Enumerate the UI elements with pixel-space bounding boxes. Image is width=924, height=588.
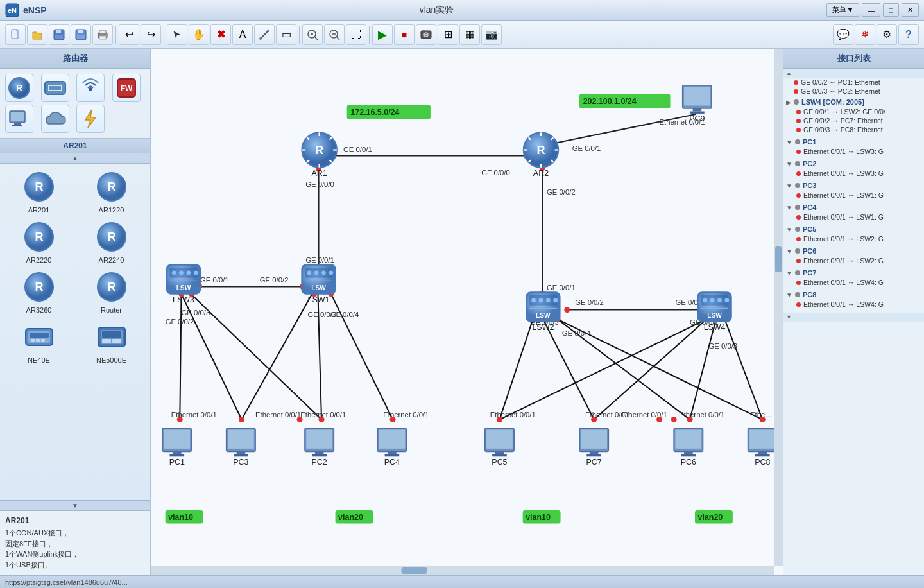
iface-pc5-header[interactable]: ▼ PC5 <box>786 224 921 234</box>
huawei-button[interactable]: 华 <box>855 24 875 45</box>
hand-button[interactable]: ✋ <box>189 24 209 45</box>
node-PC5[interactable]: PC5 <box>485 428 514 467</box>
pc1-iface-1[interactable]: Ethernet 0/0/1 ↔ LSW3: G <box>786 147 921 156</box>
canvas-scrollbar-vertical[interactable] <box>774 49 783 566</box>
capture-button[interactable]: 📷 <box>481 24 502 45</box>
iface-pc3-header[interactable]: ▼ PC3 <box>786 180 921 191</box>
switch-type-icon[interactable] <box>41 74 69 102</box>
firewall-type-icon[interactable]: FW <box>112 74 141 102</box>
bolt-type-icon[interactable] <box>76 105 105 133</box>
device-item-Router[interactable]: R Router <box>78 269 145 314</box>
pc4-arrow: ▼ <box>786 204 792 211</box>
lsw4-iface-1[interactable]: GE 0/0/1 ↔ LSW2: GE 0/0/ <box>786 107 921 116</box>
svg-text:R: R <box>315 144 323 157</box>
open-file-button[interactable] <box>27 24 47 45</box>
wireless-type-icon[interactable] <box>76 74 105 102</box>
node-LSW1[interactable]: LSW LSW1 <box>302 264 335 304</box>
stop-button[interactable]: ■ <box>394 24 415 45</box>
save-template-button[interactable] <box>49 24 69 45</box>
node-PC3[interactable]: PC3 <box>227 428 255 467</box>
svg-rect-121 <box>173 451 182 454</box>
svg-text:R: R <box>35 180 43 193</box>
new-file-button[interactable] <box>5 24 26 45</box>
scroll-up-button[interactable]: ▲ <box>0 153 150 164</box>
toolbar: ↩ ↪ ✋ ✖ A ▭ ⛶ ▶ ■ ⊞ ▦ 📷 💬 华 ⚙ ? <box>0 21 924 49</box>
device-item-AR1220[interactable]: R AR1220 <box>78 169 145 214</box>
print-button[interactable] <box>92 24 113 45</box>
fit-screen-button[interactable]: ⛶ <box>346 24 366 45</box>
close-button[interactable]: ✕ <box>902 3 919 17</box>
device-item-AR201[interactable]: R AR201 <box>5 169 73 214</box>
svg-rect-117 <box>693 108 702 112</box>
pc7-iface-1[interactable]: Ethernet 0/0/1 ↔ LSW4: G <box>786 278 921 287</box>
pc-type-icon[interactable] <box>5 105 33 133</box>
pc4-iface-1[interactable]: Ethernet 0/0/1 ↔ LSW1: G <box>786 212 921 221</box>
scroll-down-button[interactable]: ▼ <box>0 500 150 510</box>
svg-line-18 <box>315 37 318 40</box>
pc3-iface-1[interactable]: Ethernet 0/0/1 ↔ LSW1: G <box>786 191 921 200</box>
node-PC1[interactable]: PC1 <box>162 428 191 467</box>
iface-pc1-header[interactable]: ▼ PC1 <box>786 137 921 147</box>
iface-scroll-up[interactable]: ▲ <box>783 69 924 78</box>
router-type-icon[interactable]: R <box>5 74 33 102</box>
pc3-name: PC3 <box>803 182 816 189</box>
grid-button[interactable]: ⊞ <box>438 24 458 45</box>
minimize-button[interactable]: — <box>862 3 880 17</box>
screenshot-button[interactable] <box>416 24 436 45</box>
menu-button[interactable]: 菜单▼ <box>826 3 859 17</box>
node-PC8[interactable]: PC8 <box>748 428 777 467</box>
statusbar-text: https://ptsigtsg.cset/vlan1486u6u7/48... <box>5 578 128 586</box>
text-button[interactable]: A <box>232 24 253 45</box>
undo-button[interactable]: ↩ <box>119 24 139 45</box>
save-file-button[interactable] <box>71 24 91 45</box>
lsw4-iface-2[interactable]: GE 0/0/2 ↔ PC7: Ethernet <box>786 116 921 125</box>
device-item-AR2240[interactable]: R AR2240 <box>78 219 145 264</box>
iface-pc2-header[interactable]: ▼ PC2 <box>786 159 921 169</box>
cursor-button[interactable] <box>167 24 187 45</box>
iface-top-1[interactable]: GE 0/0/2 ↔ PC1: Ethernet <box>783 78 924 87</box>
pc7-arrow: ▼ <box>786 270 792 277</box>
iface-lsw4-header[interactable]: ▶ LSW4 [COM: 2005] <box>786 97 921 107</box>
iface-pc4-header[interactable]: ▼ PC4 <box>786 202 921 212</box>
vlan10-label-right: vlan10 <box>526 513 551 522</box>
node-AR2[interactable]: R AR2 <box>524 132 558 178</box>
delete-button[interactable]: ✖ <box>210 24 231 45</box>
settings-button[interactable]: ⚙ <box>877 24 897 45</box>
device-item-AR2220[interactable]: R AR2220 <box>5 219 73 264</box>
play-button[interactable]: ▶ <box>372 24 393 45</box>
pc5-iface-1[interactable]: Ethernet 0/0/1 ↔ LSW2: G <box>786 234 921 243</box>
ensp-logo-icon: eN <box>5 3 19 17</box>
iface-scroll-down[interactable]: ▼ <box>783 313 924 322</box>
pc8-iface-1[interactable]: Ethernet 0/0/1 ↔ LSW4: G <box>786 300 921 309</box>
canvas-area[interactable]: 172.16.5.0/24 202.100.1.0/24 GE 0/0/1 GE… <box>151 49 783 575</box>
cloud-type-icon[interactable] <box>41 105 69 133</box>
node-PC2[interactable]: PC2 <box>305 428 334 467</box>
redo-button[interactable]: ↪ <box>141 24 161 45</box>
canvas-scrollbar-horizontal[interactable] <box>151 566 774 575</box>
lbl-lsw1-ge004: GE 0/0/4 <box>330 311 359 318</box>
chat-button[interactable]: 💬 <box>833 24 853 45</box>
iface-pc8-header[interactable]: ▼ PC8 <box>786 290 921 300</box>
iface-top-2[interactable]: GE 0/0/3 ↔ PC2: Ethernet <box>783 87 924 96</box>
node-PC4[interactable]: PC4 <box>377 428 406 467</box>
shape-button[interactable]: ▭ <box>276 24 296 45</box>
device-item-NE5000E[interactable]: NE5000E <box>78 319 145 364</box>
connect-button[interactable] <box>254 24 275 45</box>
node-PC7[interactable]: PC7 <box>579 428 608 467</box>
zoom-out-button[interactable] <box>324 24 345 45</box>
node-AR1[interactable]: R AR1 <box>302 132 336 178</box>
help-button[interactable]: ? <box>898 24 919 45</box>
node-PC6[interactable]: PC6 <box>674 428 703 467</box>
maximize-button[interactable]: □ <box>883 3 899 17</box>
lsw4-iface-3[interactable]: GE 0/0/3 ↔ PC8: Ethernet <box>786 125 921 134</box>
pc6-iface-1[interactable]: Ethernet 0/0/1 ↔ LSW2: G <box>786 256 921 265</box>
svg-rect-129 <box>315 451 324 454</box>
iface-pc6-header[interactable]: ▼ PC6 <box>786 246 921 256</box>
device-item-NE40E[interactable]: NE40E <box>5 319 73 364</box>
iface-pc7-header[interactable]: ▼ PC7 <box>786 268 921 278</box>
device-item-AR3260[interactable]: R AR3260 <box>5 269 73 314</box>
layers-button[interactable]: ▦ <box>459 24 480 45</box>
pc2-iface-1[interactable]: Ethernet 0/0/1 ↔ LSW3: G <box>786 169 921 178</box>
iface-top-2-text: GE 0/0/3 ↔ PC2: Ethernet <box>801 87 880 95</box>
zoom-in-button[interactable] <box>302 24 323 45</box>
